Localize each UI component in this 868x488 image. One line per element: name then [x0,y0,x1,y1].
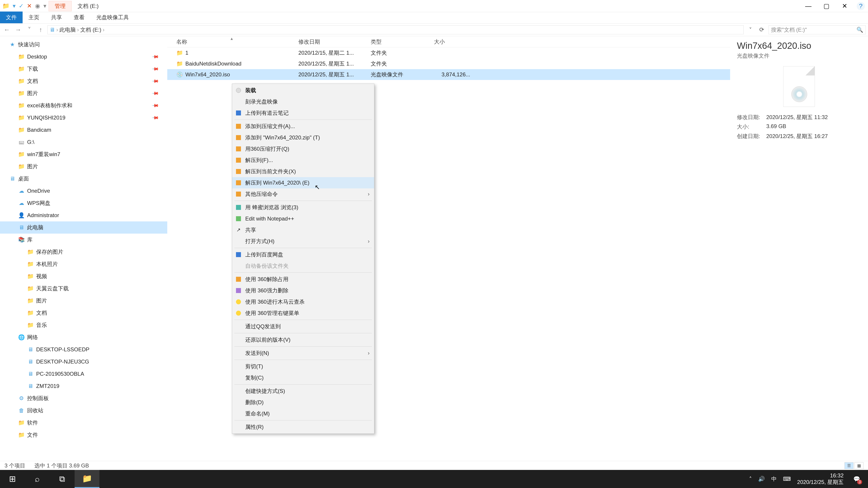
tree-item[interactable]: 📁文档📌 [0,75,167,87]
qat-check-icon[interactable]: ✓ [19,2,24,9]
tree-item[interactable]: 📁excel表格制作求和📌 [0,99,167,111]
context-menu-item[interactable]: 解压到当前文件夹(X) [232,166,374,177]
tab-disc-tools[interactable]: 光盘映像工具 [90,11,135,23]
tray-ime[interactable]: 中 [771,475,777,483]
context-menu-item[interactable]: 使用 360管理右键菜单 [232,307,374,319]
tree-item[interactable]: ⚙控制面板 [0,392,167,404]
context-menu-item[interactable]: ↗共享 [232,224,374,236]
context-menu-item[interactable]: 解压到(F)... [232,155,374,166]
start-button[interactable]: ⊞ [0,470,25,488]
tree-item[interactable]: 🖥DESKTOP-LSSOEDP [0,344,167,356]
search-button[interactable]: ⌕ [25,470,50,488]
context-menu-item[interactable]: 其他压缩命令› [232,188,374,200]
context-menu-item[interactable]: 用 蜂蜜浏览器 浏览(3) [232,202,374,213]
context-menu-item[interactable]: 上传到有道云笔记 [232,107,374,119]
context-menu-item[interactable]: 还原以前的版本(V) [232,334,374,346]
minimize-button[interactable]: — [799,0,817,12]
tray-keyboard-icon[interactable]: ⌨ [783,476,791,482]
col-type[interactable]: 类型 [371,38,434,45]
tree-item[interactable]: 📁保存的图片 [0,246,167,258]
maximize-button[interactable]: ▢ [817,0,835,12]
tree-item[interactable]: 👤Administrator [0,209,167,221]
qat-x-icon[interactable]: ✕ [27,2,32,9]
context-menu-item[interactable]: 创建快捷方式(S) [232,385,374,397]
breadcrumb-location[interactable]: 文档 (E:) [80,26,101,33]
context-menu-item[interactable]: Edit with Notepad++ [232,213,374,224]
tree-item[interactable]: 📁图片📌 [0,87,167,99]
qat-more-icon[interactable]: ▾ [43,2,46,9]
breadcrumb-this-pc[interactable]: 此电脑 [59,26,76,33]
context-menu-item[interactable]: 使用 360强力删除 [232,285,374,296]
view-thumbnails-button[interactable]: ▦ [855,462,864,469]
context-menu-item[interactable]: 添加到压缩文件(A)... [232,121,374,132]
tree-item[interactable]: 📁YUNQISHI2019📌 [0,111,167,124]
tree-item[interactable]: 📁视频 [0,270,167,283]
file-row[interactable]: 📁12020/12/15, 星期二 1...文件夹 [167,47,730,58]
help-button[interactable]: ? [857,2,865,10]
context-menu-item[interactable]: 装载 [232,85,374,96]
nav-tree[interactable]: ★快速访问📁Desktop📌📁下载📌📁文档📌📁图片📌📁excel表格制作求和📌📁… [0,36,167,461]
tab-file[interactable]: 文件 [0,11,23,23]
context-menu-item[interactable]: 上传到百度网盘 [232,249,374,260]
tree-item[interactable]: 📁软件 [0,417,167,429]
col-date[interactable]: 修改日期 [298,38,371,45]
back-button[interactable]: ← [2,26,11,33]
tray-volume-icon[interactable]: 🔊 [758,476,765,482]
tab-share[interactable]: 共享 [45,11,68,23]
tree-item[interactable]: 📁图片 [0,295,167,307]
tree-item[interactable]: 🖥DESKTOP-NJEU3CG [0,356,167,368]
system-tray[interactable]: ˄ 🔊 中 ⌨ 16:32 2020/12/25, 星期五 💬3 [745,472,868,486]
refresh-button[interactable]: ⟳ [757,26,766,33]
tree-item[interactable]: 🖥此电脑 [0,221,167,234]
task-view-button[interactable]: ⧉ [50,470,74,488]
up-button[interactable]: ↑ [36,26,45,33]
context-menu-item[interactable]: 通过QQ发送到 [232,321,374,332]
context-menu-item[interactable]: 使用 360解除占用 [232,273,374,285]
breadcrumb[interactable]: 🖥 › 此电脑 › 文档 (E:) › [48,25,744,34]
tree-item[interactable]: 🗑回收站 [0,404,167,417]
context-menu-item[interactable]: 剪切(T) [232,361,374,372]
tray-chevron-icon[interactable]: ˄ [749,476,752,482]
context-menu[interactable]: 装载刻录光盘映像上传到有道云笔记添加到压缩文件(A)...添加到 "Win7x6… [232,84,374,434]
tree-item[interactable]: 📁图片 [0,160,167,173]
file-list-header[interactable]: 名称 修改日期 类型 大小 [167,36,730,47]
context-menu-item[interactable]: 添加到 "Win7x64_2020.zip" (T) [232,132,374,143]
tree-item[interactable]: 📁Bandicam [0,124,167,136]
context-menu-item[interactable]: 重命名(M) [232,408,374,419]
col-name[interactable]: 名称 [167,38,298,45]
tree-item[interactable]: ★快速访问 [0,38,167,51]
context-menu-item[interactable]: 用360压缩打开(Q) [232,143,374,155]
tree-item[interactable]: 🌐网络 [0,331,167,344]
tab-view[interactable]: 查看 [68,11,90,23]
context-menu-item[interactable]: 刻录光盘映像 [232,96,374,107]
tree-item[interactable]: 🖥ZMT2019 [0,380,167,392]
col-size[interactable]: 大小 [434,38,475,45]
file-row[interactable]: 💿Win7x64_2020.iso2020/12/25, 星期五 1...光盘映… [167,69,730,80]
tree-item[interactable]: 📁天翼云盘下载 [0,283,167,295]
tree-item[interactable]: 📁文件 [0,429,167,441]
context-menu-item[interactable]: 复制(C) [232,372,374,383]
tree-item[interactable]: 🖴G:\ [0,136,167,148]
context-menu-item[interactable]: 解压到 Win7x64_2020\ (E) [232,177,374,188]
view-details-button[interactable]: ☰ [844,462,854,469]
forward-button[interactable]: → [13,26,23,33]
context-menu-item[interactable]: 打开方式(H)› [232,236,374,247]
history-dropdown-icon[interactable]: ˅ [25,26,34,33]
tree-item[interactable]: ☁WPS网盘 [0,197,167,209]
search-input[interactable]: 搜索"文档 (E:)" 🔍 [769,25,866,34]
taskbar[interactable]: ⊞ ⌕ ⧉ 📁 ˄ 🔊 中 ⌨ 16:32 2020/12/25, 星期五 💬3 [0,470,868,488]
context-menu-item[interactable]: 使用 360进行木马云查杀 [232,296,374,307]
qat-disc-icon[interactable]: ◉ [35,2,40,9]
tab-home[interactable]: 主页 [23,11,45,23]
context-menu-item[interactable]: 发送到(N)› [232,348,374,359]
breadcrumb-dropdown-icon[interactable]: ˅ [746,27,755,33]
file-row[interactable]: 📁BaiduNetdiskDownload2020/12/25, 星期五 1..… [167,58,730,69]
tree-item[interactable]: 📁win7重装win7 [0,148,167,160]
tree-item[interactable]: 📚库 [0,234,167,246]
tree-item[interactable]: 🖥桌面 [0,173,167,185]
context-menu-item[interactable]: 属性(R) [232,421,374,433]
close-button[interactable]: ✕ [835,0,854,12]
tree-item[interactable]: 🖥PC-20190530OBLA [0,368,167,380]
context-menu-item[interactable]: 删除(D) [232,397,374,408]
qat-dropdown-icon[interactable]: ▾ [13,2,16,9]
